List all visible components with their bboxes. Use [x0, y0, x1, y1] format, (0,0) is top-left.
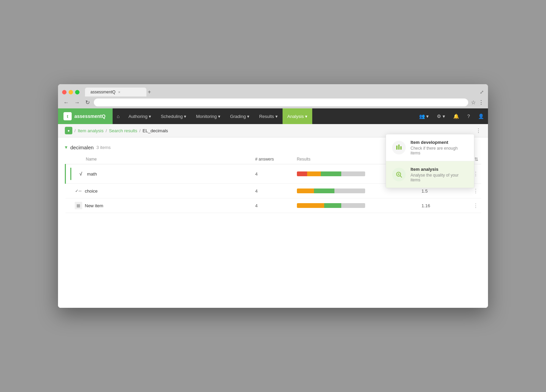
breadcrumb-item-search[interactable]: Search results: [109, 128, 137, 133]
more-options-icon[interactable]: ⋮: [476, 127, 481, 134]
nav-chevron-grading: ▾: [247, 114, 249, 119]
users-button[interactable]: 👥 ▾: [415, 108, 433, 124]
item-name-choice[interactable]: choice: [85, 189, 98, 194]
close-button[interactable]: [62, 90, 67, 94]
reload-button[interactable]: ↻: [84, 99, 91, 106]
item-type-icon-newitem: ▦: [75, 202, 82, 209]
brand-icon: t: [63, 112, 72, 120]
sort-icon[interactable]: ⇅: [474, 156, 478, 162]
item-results-newitem: [294, 198, 419, 213]
notifications-button[interactable]: 🔔: [449, 108, 463, 124]
bar-green-math: [321, 171, 341, 176]
results-bar-math: [297, 171, 365, 176]
back-button[interactable]: ←: [62, 99, 70, 106]
expand-icon[interactable]: ⤢: [480, 89, 484, 95]
item-more-icon-choice[interactable]: ⋮: [473, 188, 478, 194]
svg-line-4: [400, 176, 402, 178]
breadcrumb-sep-2: /: [106, 128, 107, 133]
nav-label-results: Results: [259, 114, 274, 119]
browser-tab[interactable]: assessmentQ ×: [85, 88, 146, 96]
nav-item-monitoring[interactable]: Monitoring ▾: [191, 108, 225, 124]
results-bar-newitem: [297, 203, 365, 208]
nav-item-results[interactable]: Results ▾: [254, 108, 282, 124]
nav-label-authoring: Authoring: [128, 114, 147, 119]
settings-button[interactable]: ⚙ ▾: [433, 108, 449, 124]
new-tab-button[interactable]: +: [148, 89, 151, 95]
dropdown-item-development[interactable]: Item development Check if there are enou…: [386, 134, 474, 161]
bookmark-icon[interactable]: ☆: [471, 99, 476, 106]
browser-titlebar: assessmentQ × + ⤢: [58, 84, 488, 96]
app-container: t assessmentQ ⌂ Authoring ▾ Scheduling ▾…: [58, 108, 488, 308]
col-header-answers: # answers: [253, 154, 294, 164]
dropdown-sub-analysis: Analyse the quality of your items: [411, 173, 468, 182]
tab-close-icon[interactable]: ×: [118, 90, 120, 94]
help-icon: ?: [467, 114, 470, 119]
nav-items: ⌂ Authoring ▾ Scheduling ▾ Monitoring ▾ …: [113, 108, 415, 124]
breadcrumb-current: EL_decimals: [143, 128, 168, 133]
dropdown-text-development: Item development Check if there are enou…: [411, 140, 468, 155]
users-chevron: ▾: [426, 114, 429, 119]
group-count: 3 items: [96, 145, 111, 150]
bar-orange-newitem: [297, 203, 324, 208]
item-name-math[interactable]: math: [87, 171, 97, 177]
settings-chevron: ▾: [443, 114, 445, 119]
nav-label-monitoring: Monitoring: [196, 114, 217, 119]
svg-rect-2: [400, 146, 402, 150]
nav-item-authoring[interactable]: Authoring ▾: [124, 108, 156, 124]
nav-item-grading[interactable]: Grading ▾: [225, 108, 254, 124]
dropdown-title-development: Item development: [411, 140, 468, 145]
svg-rect-0: [396, 146, 398, 150]
item-answers-newitem: 4: [253, 198, 294, 213]
col-header-name: Name: [66, 154, 253, 164]
item-more-icon-newitem[interactable]: ⋮: [473, 203, 478, 209]
nav-chevron-results: ▾: [275, 114, 278, 119]
nav-right: 👥 ▾ ⚙ ▾ 🔔 ? 👤: [415, 108, 488, 124]
fullscreen-button[interactable]: [75, 90, 80, 94]
dropdown-icon-development: [392, 141, 406, 154]
item-name-cell-newitem: ▦ New item: [66, 198, 253, 213]
home-icon[interactable]: ⌂: [113, 114, 124, 119]
bar-green-newitem: [324, 203, 341, 208]
dropdown-text-analysis: Item analysis Analyse the quality of you…: [411, 167, 468, 182]
brand[interactable]: t assessmentQ: [58, 108, 113, 124]
nav-label-scheduling: Scheduling: [161, 114, 183, 119]
help-button[interactable]: ?: [463, 108, 474, 124]
tab-bar: assessmentQ × +: [85, 88, 477, 96]
bar-green-choice: [314, 189, 334, 193]
address-bar[interactable]: [94, 99, 468, 106]
nav-chevron-analysis: ▾: [305, 114, 307, 119]
nav-item-scheduling[interactable]: Scheduling ▾: [156, 108, 191, 124]
dropdown-icon-analysis: [392, 168, 406, 181]
brand-name: assessmentQ: [74, 114, 105, 119]
item-score-newitem: 1.16: [419, 198, 460, 213]
item-name-cell-choice: ✓─ choice: [66, 184, 253, 198]
dropdown-item-analysis[interactable]: Item analysis Analyse the quality of you…: [386, 161, 474, 188]
item-type-icon-math: √: [77, 170, 84, 178]
bar-grey-newitem: [341, 203, 365, 208]
svg-rect-1: [398, 145, 400, 150]
item-answers-math: 4: [253, 164, 294, 184]
browser-window: assessmentQ × + ⤢ ← → ↻ ☆ ⋮ t assessment…: [58, 84, 488, 308]
item-actions-newitem[interactable]: ⋮: [460, 198, 481, 213]
nav-label-analysis: Analysis: [287, 114, 304, 119]
results-bar-choice: [297, 189, 365, 193]
bell-icon: 🔔: [453, 114, 459, 119]
profile-icon: 👤: [478, 114, 484, 119]
item-name-newitem[interactable]: New item: [85, 203, 103, 208]
profile-button[interactable]: 👤: [474, 108, 488, 124]
bar-red-math: [297, 171, 307, 176]
table-row: ▦ New item 4 1.16: [66, 198, 482, 213]
nav-item-analysis[interactable]: Analysis ▾: [283, 108, 312, 124]
main-content: ▾ decimalen 3 items Name # answers Resul…: [58, 137, 488, 308]
group-toggle-icon[interactable]: ▾: [65, 144, 68, 150]
tab-title: assessmentQ: [90, 90, 115, 94]
breadcrumb-home-icon[interactable]: ●: [65, 127, 72, 134]
breadcrumb-item-analysis[interactable]: Item analysis: [78, 128, 104, 133]
minimize-button[interactable]: [69, 90, 73, 94]
forward-button[interactable]: →: [73, 99, 81, 106]
browser-toolbar: ← → ↻ ☆ ⋮: [58, 96, 488, 108]
breadcrumb-sep-1: /: [74, 128, 76, 133]
bar-grey-math: [341, 171, 365, 176]
browser-menu-icon[interactable]: ⋮: [478, 99, 484, 106]
settings-icon: ⚙: [437, 114, 441, 119]
